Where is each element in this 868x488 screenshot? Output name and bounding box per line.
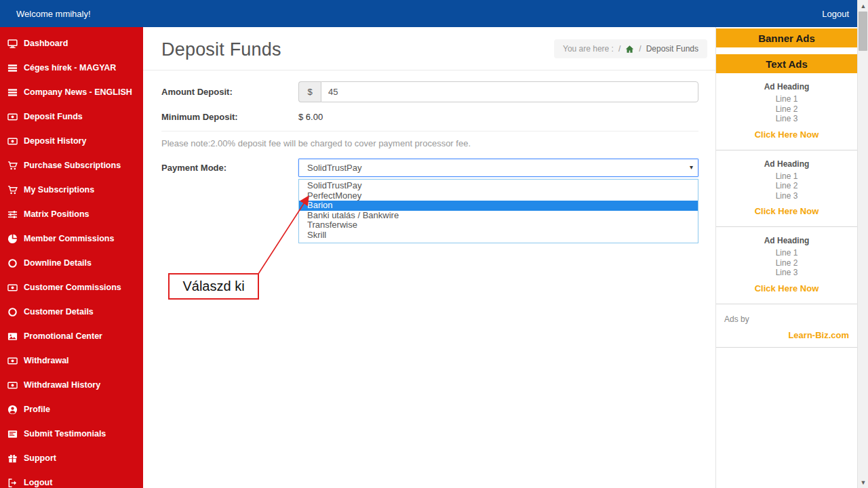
sidebar-item-deposit-history[interactable]: Deposit History: [0, 129, 143, 153]
sidebar-item-withdrawal-history[interactable]: Withdrawal History: [0, 373, 143, 397]
text-ads-header: Text Ads: [716, 54, 857, 73]
sidebar-item-c-ges-h-rek-magyar[interactable]: Céges hírek - MAGYAR: [0, 56, 143, 80]
sidebar-item-member-commissions[interactable]: Member Commissions: [0, 226, 143, 251]
sidebar-item-label: Customer Details: [24, 307, 94, 317]
breadcrumb-prefix: You are here :: [563, 44, 614, 54]
banner-ads-header: Banner Ads: [716, 28, 857, 47]
ad-line: Line 1: [720, 94, 853, 104]
payment-option-skrill[interactable]: Skrill: [299, 230, 698, 241]
sidebar-item-label: Member Commissions: [24, 234, 114, 243]
payment-option-banki-utal-s-bankwire[interactable]: Banki utalás / Bankwire: [299, 211, 698, 221]
topbar-logout-link[interactable]: Logout: [822, 9, 849, 19]
ad-heading: Ad Heading: [720, 236, 853, 245]
monitor-icon: [7, 38, 18, 49]
sliders-icon: [7, 209, 18, 220]
banknote-icon: [7, 355, 18, 366]
scroll-down-arrow-icon[interactable]: ▼: [858, 476, 868, 488]
payment-option-perfectmoney[interactable]: PerfectMoney: [299, 191, 698, 201]
topbar: Welcome mmihaly! Logout: [0, 0, 868, 27]
divider: [161, 131, 698, 131]
text-ad-block-2: Ad HeadingLine 1Line 2Line 3Click Here N…: [716, 150, 857, 228]
sidebar-item-label: Company News - ENGLISH: [24, 87, 132, 97]
ad-line: Line 2: [720, 104, 853, 115]
ad-line: Line 3: [720, 191, 853, 201]
welcome-text: Welcome mmihaly!: [16, 9, 91, 19]
payment-option-barion[interactable]: Barion: [299, 201, 698, 211]
sidebar-item-support[interactable]: Support: [0, 446, 143, 470]
sidebar-item-label: Submit Testimonials: [24, 429, 106, 439]
ad-line: Line 1: [720, 248, 853, 258]
sidebar-item-withdrawal[interactable]: Withdrawal: [0, 348, 143, 373]
breadcrumb-separator: /: [618, 44, 620, 54]
sidebar-item-deposit-funds[interactable]: Deposit Funds: [0, 104, 143, 129]
annotation-callout: Válaszd ki: [168, 273, 259, 300]
payment-option-transferwise[interactable]: Transferwise: [299, 220, 698, 230]
ad-cta-link[interactable]: Click Here Now: [755, 283, 819, 293]
sidebar-item-purchase-subscriptions[interactable]: Purchase Subscriptions: [0, 153, 143, 178]
payment-options-list: SolidTrustPayPerfectMoneyBarionBanki uta…: [298, 179, 698, 243]
cart-icon: [7, 160, 18, 171]
sidebar-item-label: Deposit History: [24, 136, 86, 146]
ad-line: Line 2: [720, 258, 853, 268]
sidebar-item-label: Promotional Center: [24, 331, 102, 341]
text-ad-block-3: Ad HeadingLine 1Line 2Line 3Click Here N…: [716, 227, 857, 304]
sidebar-item-logout[interactable]: Logout: [0, 470, 143, 488]
breadcrumb-separator: /: [639, 44, 641, 54]
sidebar-item-submit-testimonials[interactable]: Submit Testimonials: [0, 422, 143, 446]
pie-chart-icon: [7, 233, 18, 244]
ad-line: Line 3: [720, 268, 853, 278]
ad-cta-link[interactable]: Click Here Now: [755, 206, 819, 216]
sidebar-item-label: My Subscriptions: [24, 185, 94, 195]
currency-addon: $: [298, 81, 321, 102]
sidebar-item-matrix-positions[interactable]: Matrix Positions: [0, 202, 143, 226]
minimum-deposit-row: Minimum Deposit: $ 6.00: [161, 108, 698, 125]
sidebar-item-label: Withdrawal History: [24, 380, 100, 390]
sidebar-item-promotional-center[interactable]: Promotional Center: [0, 324, 143, 348]
ads-by-label: Ads by: [724, 314, 749, 324]
banknote-icon: [7, 111, 18, 122]
breadcrumb: You are here : / / Deposit Funds: [554, 39, 707, 58]
sidebar-item-label: Logout: [24, 478, 52, 487]
sidebar-item-label: Deposit Funds: [24, 112, 83, 121]
ad-line: Line 1: [720, 171, 853, 182]
ad-blocks: Ad HeadingLine 1Line 2Line 3Click Here N…: [716, 73, 857, 304]
sidebar-item-profile[interactable]: Profile: [0, 397, 143, 422]
scrollbar-thumb[interactable]: [859, 12, 867, 51]
sidebar-item-company-news-english[interactable]: Company News - ENGLISH: [0, 80, 143, 104]
sidebar-item-label: Céges hírek - MAGYAR: [24, 63, 116, 73]
ads-sidebar: Banner Ads Text Ads Ad HeadingLine 1Line…: [715, 27, 857, 488]
page-header: Deposit Funds You are here : / / Deposit…: [143, 27, 715, 70]
amount-deposit-row: Amount Deposit: $: [161, 81, 698, 102]
vertical-scrollbar[interactable]: ▲ ▼: [857, 0, 868, 488]
payment-mode-selected-value: SolidTrustPay: [307, 163, 361, 173]
sidebar-item-customer-details[interactable]: Customer Details: [0, 300, 143, 324]
caret-down-icon: ▾: [690, 163, 693, 171]
payment-mode-row: Payment Mode: SolidTrustPay ▾: [161, 157, 698, 178]
ads-by-link[interactable]: Learn-Biz.com: [724, 330, 849, 340]
ad-cta-link[interactable]: Click Here Now: [755, 129, 819, 140]
testimonial-icon: [7, 428, 18, 439]
amount-deposit-label: Amount Deposit:: [161, 87, 298, 97]
news-icon: [7, 62, 18, 73]
sidebar-item-customer-commissions[interactable]: Customer Commissions: [0, 275, 143, 300]
sidebar-item-downline-details[interactable]: Downline Details: [0, 251, 143, 275]
payment-option-solidtrustpay[interactable]: SolidTrustPay: [299, 181, 698, 191]
sidebar-item-label: Dashboard: [24, 39, 68, 48]
payment-mode-select[interactable]: SolidTrustPay ▾: [298, 159, 698, 177]
breadcrumb-current: Deposit Funds: [646, 44, 698, 54]
sidebar-item-label: Customer Commissions: [24, 283, 121, 292]
ad-line: Line 3: [720, 114, 853, 124]
sidebar-item-my-subscriptions[interactable]: My Subscriptions: [0, 178, 143, 202]
support-icon: [7, 453, 18, 464]
payment-mode-label: Payment Mode:: [161, 163, 298, 173]
scroll-up-arrow-icon[interactable]: ▲: [858, 0, 868, 12]
sidebar-item-label: Withdrawal: [24, 356, 69, 365]
sidebar-item-label: Downline Details: [24, 258, 92, 268]
amount-input[interactable]: [321, 81, 698, 102]
text-ad-block-1: Ad HeadingLine 1Line 2Line 3Click Here N…: [716, 73, 857, 150]
home-icon[interactable]: [625, 45, 634, 54]
sidebar-item-dashboard[interactable]: Dashboard: [0, 31, 143, 56]
sidebar-item-label: Matrix Positions: [24, 209, 90, 219]
banknote-icon: [7, 282, 18, 293]
banknote-icon: [7, 380, 18, 390]
